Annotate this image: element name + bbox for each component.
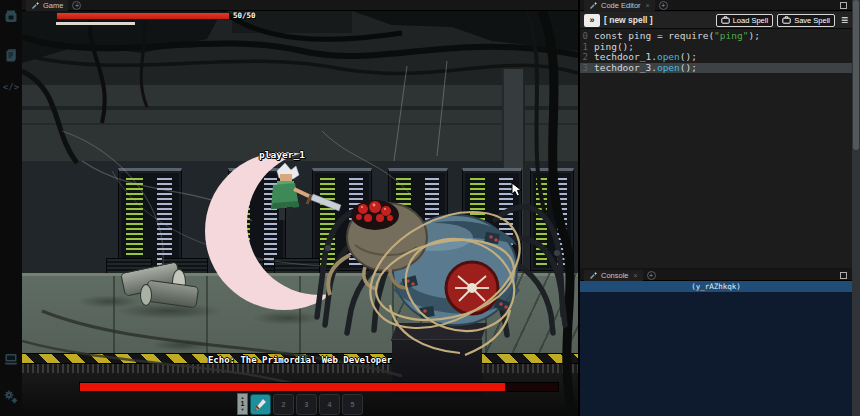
console-body [580,292,852,414]
load-spell-label: Load Spell [733,16,768,25]
hotbar-page-selector[interactable]: ▲ 1 ▼ [237,393,248,415]
code-text: (); [680,63,697,74]
console-tab-label: Console [601,271,629,280]
player-stamina-bar [56,22,135,25]
panel-expand-icon[interactable] [840,2,847,9]
code-text: ); [748,31,759,42]
slot-number: 4 [328,401,332,408]
boss-name-label: Echo: The Primordial Web Developer [22,355,578,365]
briefcase-icon [782,16,791,24]
editor-tabbar: Code Editor × + [580,0,852,11]
inventory-icon[interactable] [0,5,22,27]
add-tab-button[interactable]: + [659,1,668,10]
player-name-label: player_1 [227,149,337,160]
line-number: 3 [580,63,594,74]
code-method: open [657,63,680,74]
code-line[interactable]: 0const ping = require("ping"); [580,31,852,42]
editor-toolbar: » [ new spell ] Load Spell Save Spell ≡ [580,12,852,29]
game-tab-label: Game [43,1,63,10]
laptop-icon[interactable] [0,348,22,370]
boss-health-bar [79,382,559,392]
code-string: "ping" [714,31,748,42]
settings-icon[interactable] [0,386,22,408]
console-tabbar: Console × + [580,270,852,281]
scrollbar[interactable] [852,0,860,416]
briefcase-icon [721,16,730,24]
journal-icon[interactable] [0,44,22,66]
player-health-text: 50/50 [233,11,256,20]
line-number: 2 [580,52,594,63]
game-panel: Game + [22,0,578,416]
code-text: (); [680,52,697,63]
game-viewport[interactable]: 50/50 player_1 Echo: The Primordial Web … [22,11,578,416]
spell-name: [ new spell ] [604,15,653,25]
hotbar-slot-2[interactable]: 2 [273,394,294,415]
spider-boss [317,188,565,355]
slot-number: 2 [282,401,286,408]
add-tab-button[interactable]: + [647,271,656,280]
game-tabbar: Game + [22,0,578,11]
add-tab-button[interactable]: + [72,1,81,10]
hotbar-slot-5[interactable]: 5 [342,394,363,415]
mouse-cursor-icon [512,183,521,196]
line-number: 1 [580,42,594,53]
player-stamina-fill [56,22,135,25]
scrollbar-thumb[interactable] [853,0,859,150]
console-entry[interactable]: (y_rAZhkqk) [580,281,852,292]
code-icon[interactable]: </> [0,76,22,98]
close-icon[interactable]: × [634,272,638,279]
activity-bar: </> [0,0,22,416]
tab-code-editor[interactable]: Code Editor × [584,0,655,11]
code-line-selected[interactable]: 3techdoor_3.open(); [580,63,852,74]
player-health-fill [57,13,229,19]
load-spell-button[interactable]: Load Spell [716,14,773,27]
editor-menu-button[interactable]: ≡ [841,14,848,26]
code-text: techdoor_1. [594,52,657,63]
slot-number: 3 [305,401,309,408]
wand-icon [589,271,598,280]
run-spell-button[interactable]: » [584,14,600,27]
save-spell-label: Save Spell [794,16,830,25]
right-column: Code Editor × + » [ new spell ] Load Spe… [580,0,852,416]
player-health-bar [56,12,230,20]
tab-game[interactable]: Game [26,0,68,11]
code-text: const ping = require( [594,31,714,42]
panel-expand-icon[interactable] [840,272,847,279]
slot-number: 5 [351,401,355,408]
wand-icon [31,1,40,10]
arrow-down-icon[interactable]: ▼ [241,408,245,412]
app-root: </> Game + [0,0,860,416]
line-number: 0 [580,31,594,42]
code-area[interactable]: 0const ping = require("ping"); 1ping(); … [580,29,852,268]
code-brackets-glyph: </> [3,82,19,92]
editor-tab-label: Code Editor [601,1,641,10]
code-method: open [657,52,680,63]
code-line[interactable]: 2techdoor_1.open(); [580,52,852,63]
boss-health-fill [80,383,505,391]
code-editor-panel: Code Editor × + » [ new spell ] Load Spe… [580,0,852,268]
hotbar: ▲ 1 ▼ 2 3 4 5 [237,393,363,415]
hotbar-slot-3[interactable]: 3 [296,394,317,415]
sword-icon [252,396,269,413]
hotbar-slot-4[interactable]: 4 [319,394,340,415]
tab-console[interactable]: Console × [584,270,643,281]
close-icon[interactable]: × [646,2,650,9]
save-spell-button[interactable]: Save Spell [777,14,835,27]
code-text: techdoor_3. [594,63,657,74]
console-panel: Console × + (y_rAZhkqk) [580,270,852,416]
wand-icon [589,1,598,10]
hotbar-slot-1[interactable] [250,394,271,415]
